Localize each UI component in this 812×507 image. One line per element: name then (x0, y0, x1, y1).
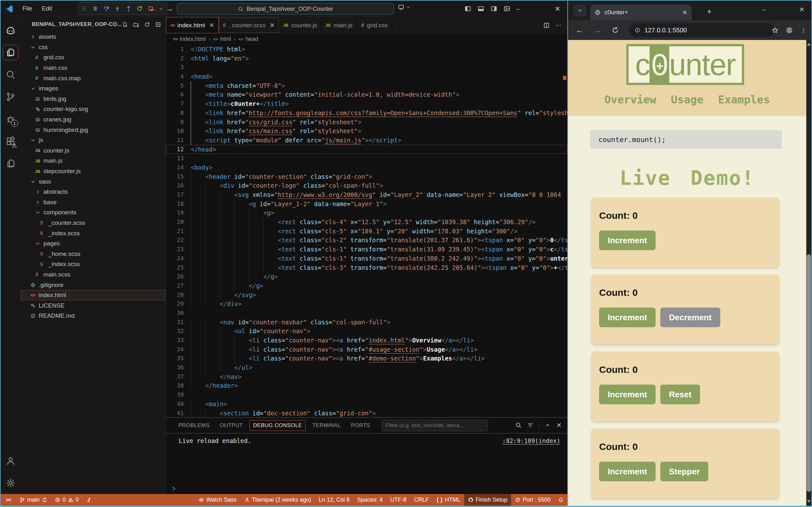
tab-counter.js[interactable]: JScounter.js (279, 17, 321, 33)
step-into-icon[interactable] (114, 5, 120, 12)
browser-reload-icon[interactable] (612, 26, 619, 34)
new-tab-button[interactable]: + (707, 7, 712, 16)
code-line-14[interactable]: 14<body> (166, 163, 567, 172)
increment-button[interactable]: Increment (599, 230, 656, 250)
more-actions-icon[interactable] (555, 22, 562, 29)
scrollbar-thumb[interactable] (807, 254, 811, 492)
problems-status[interactable]: 00 (51, 494, 83, 506)
menu-edit[interactable]: Edit (37, 5, 57, 12)
code-line-7[interactable]: 7<title>c0unter+</title> (166, 99, 567, 108)
tab-main.js[interactable]: JSmain.js (321, 17, 357, 33)
tab-index.html[interactable]: <>index.html✕ (166, 17, 219, 33)
refresh-icon[interactable] (144, 21, 150, 27)
toggle-secondary-sidebar-icon[interactable] (491, 5, 497, 12)
minimize-button[interactable]: – (508, 1, 528, 17)
step-out-icon[interactable] (125, 5, 132, 12)
tree-item-images[interactable]: images (21, 83, 166, 94)
sidebar-item-settings[interactable] (2, 472, 20, 494)
code-line-27[interactable]: 27</g> (166, 281, 567, 290)
breadcrumb-index.html[interactable]: <>index.html (173, 36, 206, 43)
increment-button[interactable]: Increment (599, 385, 656, 404)
tab-close-icon[interactable]: ✕ (682, 9, 687, 16)
tree-item-hummingbird.jpg[interactable]: hummingbird.jpg (21, 125, 166, 135)
close-panel-icon[interactable]: ✕ (556, 421, 562, 429)
decrement-button[interactable]: Decrement (660, 307, 720, 327)
tree-item-_home.scss[interactable]: S_home.scss (21, 248, 166, 259)
screencast-button[interactable] (398, 4, 410, 10)
close-button[interactable]: ✕ (548, 1, 567, 17)
code-editor[interactable]: 1<!DOCTYPE html>2<html lang="en">34<head… (166, 45, 567, 417)
tree-item-base[interactable]: base (21, 197, 166, 208)
tree-item-main.scss[interactable]: Smain.scss (21, 270, 166, 280)
code-line-40[interactable]: 40<main> (166, 399, 567, 409)
sidebar-item-search[interactable] (2, 63, 20, 86)
tree-item-_index.scss[interactable]: S_index.scss (21, 259, 166, 270)
code-line-37[interactable]: 37</nav> (166, 372, 567, 382)
command-center[interactable]: Benipal_Tapshveer_OOP-Counter (177, 3, 394, 14)
explorer-project-title[interactable]: BENIPAL_TAPSHVEER_OOP-CO... (32, 21, 122, 27)
panel-tab-ports[interactable]: PORTS (348, 420, 374, 431)
search-icon[interactable] (515, 422, 522, 428)
code-line-25[interactable]: 25<text class="cls-3" transform="transla… (166, 263, 567, 272)
code-line-34[interactable]: 34<li class="counter-nav"><a href="#usag… (166, 345, 567, 354)
code-line-28[interactable]: 28</svg> (166, 290, 567, 300)
sidebar-item-debug[interactable]: 1 (2, 108, 20, 130)
panel-tab-terminal[interactable]: TERMINAL (309, 420, 344, 431)
cursor-position[interactable]: Ln 12, Col 8 (315, 494, 353, 506)
code-line-8[interactable]: 8<link href="http://fonts.googleapis.com… (166, 108, 567, 118)
code-line-32[interactable]: 32<ul id="counter-nav"> (166, 327, 567, 336)
sidebar-item-pages[interactable] (2, 152, 20, 174)
tree-item-abstracts[interactable]: abstracts (21, 187, 166, 197)
code-line-1[interactable]: 1<!DOCTYPE html> (166, 45, 567, 54)
tree-item-components[interactable]: components (21, 207, 166, 218)
menu-file[interactable]: File (18, 5, 37, 12)
split-editor-icon[interactable] (543, 22, 550, 29)
tab-_counter.scss[interactable]: S_counter.scss✕ (219, 17, 279, 33)
code-line-16[interactable]: 16<div id="counter-logo" class="col-span… (166, 181, 567, 190)
browser-tab[interactable]: c0unter+ ✕ (590, 4, 692, 20)
maximize-panel-icon[interactable] (545, 422, 551, 428)
code-line-5[interactable]: 5<meta charset="UTF-8"> (166, 81, 567, 90)
increment-button[interactable]: Increment (599, 462, 656, 481)
indentation-status[interactable]: Spaces: 4 (353, 494, 387, 506)
filter-icon[interactable] (527, 422, 534, 428)
toggle-panel-icon[interactable] (477, 5, 484, 12)
tree-item-assets[interactable]: assets (21, 32, 166, 42)
profile-avatar-icon[interactable] (786, 27, 793, 34)
eol-status[interactable]: CRLF (410, 494, 433, 506)
encoding-status[interactable]: UTF-8 (387, 494, 410, 506)
address-bar[interactable]: 127.0.0.1:5500 (629, 23, 775, 37)
page-nav-usage[interactable]: Usage (671, 93, 703, 106)
stepper-button[interactable]: Stepper (660, 462, 708, 481)
panel-tab-debug-console[interactable]: DEBUG CONSOLE (249, 420, 306, 431)
code-line-39[interactable]: 39 (166, 390, 567, 399)
code-line-15[interactable]: 15<header id="counter-section" class="gr… (166, 172, 567, 181)
code-line-38[interactable]: 38</header> (166, 381, 567, 390)
pause-icon[interactable] (92, 5, 98, 12)
collapse-all-icon[interactable] (155, 21, 161, 27)
tree-item-.gitignore[interactable]: .gitignore (21, 280, 166, 290)
git-blame-status[interactable]: Tbenipal (2 weeks ago) (241, 494, 315, 506)
tree-item-birds.jpg[interactable]: birds.jpg (21, 94, 166, 104)
browser-forward-button[interactable]: → (594, 26, 602, 35)
browser-menu-icon[interactable] (800, 27, 807, 34)
step-over-icon[interactable] (103, 5, 109, 12)
tree-item-README.md[interactable]: README.md (21, 311, 166, 321)
tab-close-icon[interactable]: ✕ (270, 21, 275, 29)
code-line-33[interactable]: 33<li class="counter-nav"><a href="index… (166, 336, 567, 345)
code-line-10[interactable]: 10<link href="css/main.css" rel="stylesh… (166, 126, 567, 136)
sidebar-item-explorer[interactable] (2, 41, 20, 63)
console-filter-input[interactable] (386, 422, 484, 429)
tree-item-main.css[interactable]: #main.css (21, 63, 166, 73)
tree-item-main.css.map[interactable]: #main.css.map (21, 73, 166, 83)
remote-indicator[interactable]: >< (1, 494, 16, 506)
code-line-31[interactable]: 31<nav id="counter-navbar" class="col-sp… (166, 318, 567, 327)
code-line-19[interactable]: 19<g> (166, 208, 567, 218)
drag-handle-icon[interactable] (81, 5, 87, 12)
code-line-6[interactable]: 6<meta name="viewport" content="initial-… (166, 90, 567, 99)
tree-item-stepcounter.js[interactable]: JSstepcounter.js (21, 166, 166, 177)
breadcrumb-html[interactable]: <>html (213, 36, 231, 43)
back-button[interactable]: ← (149, 4, 157, 13)
increment-button[interactable]: Increment (599, 307, 656, 327)
code-line-36[interactable]: 36</ul> (166, 363, 567, 372)
